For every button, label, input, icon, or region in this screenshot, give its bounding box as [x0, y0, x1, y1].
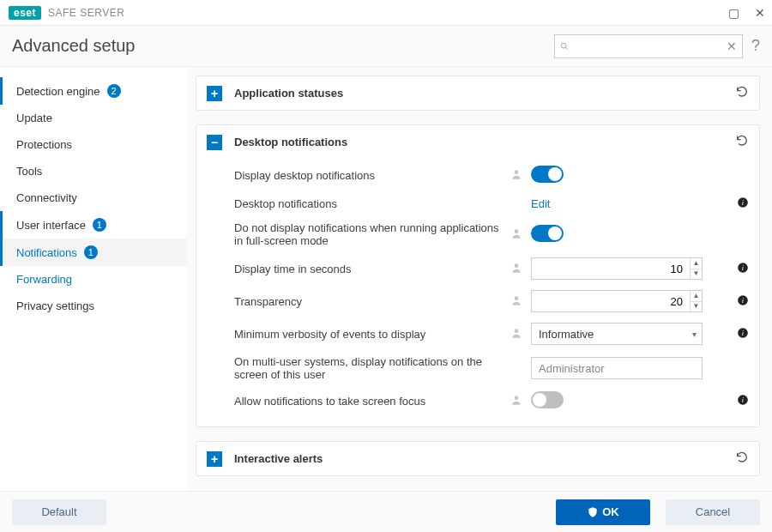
toggle-display-desktop-notifications[interactable] — [531, 166, 564, 183]
sidebar-item-label: Privacy settings — [16, 299, 94, 312]
sidebar-item-privacy-settings[interactable]: Privacy settings — [0, 293, 187, 319]
toggle-screen-focus[interactable] — [531, 391, 564, 408]
svg-point-9 — [515, 296, 519, 300]
setting-label: Display desktop notifications — [234, 169, 509, 182]
info-icon[interactable]: i — [730, 196, 749, 211]
display-time-field[interactable] — [532, 258, 690, 279]
expand-icon[interactable]: + — [207, 86, 222, 101]
sidebar-item-label: Protections — [16, 138, 72, 151]
setting-label: Transparency — [234, 295, 509, 308]
person-icon — [509, 394, 524, 408]
panel-header[interactable]: + Application statuses — [196, 76, 759, 110]
sidebar-item-label: User interface — [16, 219, 86, 232]
panel-header[interactable]: − Desktop notifications — [196, 125, 759, 159]
panel-application-statuses: + Application statuses — [196, 76, 760, 111]
info-icon[interactable]: i — [730, 327, 749, 342]
sidebar-item-label: Connectivity — [16, 191, 77, 204]
spin-up-icon[interactable]: ▲ — [691, 258, 702, 269]
sidebar-item-update[interactable]: Update — [0, 105, 187, 131]
sidebar-item-label: Update — [16, 112, 52, 124]
row-multi-user: On multi-user systems, display notificat… — [234, 350, 749, 386]
svg-point-15 — [515, 396, 519, 400]
spin-up-icon[interactable]: ▲ — [691, 291, 702, 302]
sidebar-item-label: Forwarding — [16, 273, 72, 286]
brand-logo: eset — [9, 6, 41, 20]
panel-title: Interactive alerts — [234, 452, 323, 465]
row-fullscreen-suppress: Do not display notifications when runnin… — [234, 216, 749, 252]
cancel-button[interactable]: Cancel — [666, 499, 760, 525]
spinner[interactable]: ▲▼ — [690, 291, 702, 311]
header: Advanced setup ✕ ? — [0, 26, 772, 67]
setting-label: Allow notifications to take screen focus — [234, 395, 509, 408]
row-screen-focus: Allow notifications to take screen focus… — [234, 386, 749, 416]
svg-point-2 — [515, 170, 519, 174]
spin-down-icon[interactable]: ▼ — [691, 269, 702, 280]
setting-label: Minimum verbosity of events to display — [234, 328, 509, 341]
person-icon — [509, 262, 524, 276]
setting-label: Do not display notifications when runnin… — [234, 221, 509, 247]
svg-point-0 — [561, 43, 566, 48]
transparency-input[interactable]: ▲▼ — [531, 290, 703, 312]
multi-user-field[interactable] — [532, 358, 702, 378]
panel-title: Application statuses — [234, 87, 343, 100]
row-transparency: Transparency ▲▼ i — [234, 285, 749, 317]
chevron-down-icon: ▾ — [692, 329, 697, 339]
svg-line-1 — [565, 47, 568, 50]
info-icon[interactable]: i — [730, 294, 749, 309]
help-icon[interactable]: ? — [751, 37, 760, 55]
window-close-icon[interactable]: ✕ — [755, 6, 765, 20]
expand-icon[interactable]: + — [207, 451, 222, 467]
collapse-icon[interactable]: − — [207, 135, 222, 150]
person-icon — [509, 227, 524, 242]
ok-button[interactable]: OK — [556, 499, 650, 525]
panel-title: Desktop notifications — [234, 136, 347, 148]
footer: Default OK Cancel — [0, 491, 772, 532]
sidebar-item-notifications[interactable]: Notifications 1 — [0, 239, 187, 266]
search-icon — [560, 40, 569, 52]
titlebar: eset SAFE SERVER ▢ ✕ — [0, 0, 772, 26]
sidebar-item-protections[interactable]: Protections — [0, 131, 187, 158]
row-verbosity: Minimum verbosity of events to display I… — [234, 317, 749, 350]
person-icon — [509, 294, 524, 309]
svg-point-12 — [515, 329, 519, 333]
multi-user-input[interactable] — [531, 357, 703, 379]
info-icon[interactable]: i — [730, 394, 749, 408]
panel-interactive-alerts: + Interactive alerts — [196, 441, 760, 476]
revert-icon[interactable] — [735, 134, 749, 150]
sidebar-item-detection-engine[interactable]: Detection engine 2 — [0, 77, 187, 105]
verbosity-select[interactable]: Informative ▾ — [531, 323, 703, 345]
toggle-fullscreen-suppress[interactable] — [531, 225, 564, 242]
panel-header[interactable]: + Interactive alerts — [196, 442, 759, 475]
person-icon — [509, 327, 524, 342]
sidebar-item-tools[interactable]: Tools — [0, 158, 187, 184]
sidebar: Detection engine 2 Update Protections To… — [0, 67, 187, 491]
person-icon — [509, 168, 524, 183]
spin-down-icon[interactable]: ▼ — [691, 302, 702, 312]
sidebar-badge: 1 — [84, 245, 98, 259]
page-title: Advanced setup — [12, 36, 135, 56]
default-button[interactable]: Default — [12, 499, 106, 525]
sidebar-item-user-interface[interactable]: User interface 1 — [0, 211, 187, 239]
setting-label: Display time in seconds — [234, 263, 509, 275]
display-time-input[interactable]: ▲▼ — [531, 257, 703, 280]
window-maximize-icon[interactable]: ▢ — [728, 6, 739, 20]
sidebar-item-label: Notifications — [16, 246, 77, 259]
info-icon[interactable]: i — [730, 262, 749, 276]
revert-icon[interactable] — [735, 85, 749, 101]
sidebar-item-forwarding[interactable]: Forwarding — [0, 266, 187, 293]
transparency-field[interactable] — [532, 291, 690, 311]
revert-icon[interactable] — [735, 450, 749, 467]
spinner[interactable]: ▲▼ — [690, 258, 702, 279]
search-clear-icon[interactable]: ✕ — [721, 39, 742, 53]
setting-label: On multi-user systems, display notificat… — [234, 355, 509, 381]
setting-label: Desktop notifications — [234, 197, 509, 210]
search-box[interactable]: ✕ — [554, 34, 743, 58]
content: + Application statuses − Desktop notific… — [187, 67, 772, 491]
sidebar-item-label: Tools — [16, 165, 42, 178]
edit-link[interactable]: Edit — [531, 197, 550, 210]
search-input[interactable] — [574, 39, 721, 53]
sidebar-item-connectivity[interactable]: Connectivity — [0, 184, 187, 211]
row-display-time: Display time in seconds ▲▼ i — [234, 252, 749, 285]
sidebar-badge: 1 — [93, 218, 106, 232]
row-desktop-notifications-edit: Desktop notifications Edit i — [234, 190, 749, 216]
